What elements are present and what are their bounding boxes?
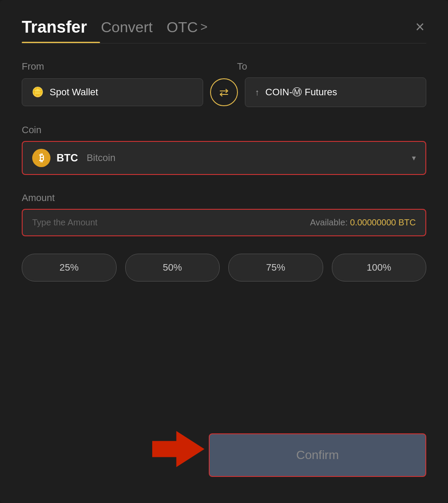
transfer-modal: Transfer Convert OTC > × From To 🪙 Spot … xyxy=(0,0,448,503)
red-arrow-icon xyxy=(152,427,204,471)
from-to-labels: From To xyxy=(22,61,426,72)
amount-placeholder: Type the Amount xyxy=(32,218,97,228)
coin-full-name: Bitcoin xyxy=(87,152,115,164)
tab-otc[interactable]: OTC > xyxy=(167,19,207,36)
coin-selector[interactable]: ₿ BTC Bitcoin ▾ xyxy=(22,141,426,175)
futures-icon: ↑ xyxy=(255,87,259,97)
from-to-row: 🪙 Spot Wallet ⇄ ↑ COIN-Ⓜ Futures xyxy=(22,77,426,107)
to-label: To xyxy=(237,61,426,72)
confirm-button[interactable]: Confirm xyxy=(209,433,426,477)
amount-input-box[interactable]: Type the Amount Available: 0.00000000 BT… xyxy=(22,209,426,236)
tab-convert[interactable]: Convert xyxy=(101,19,153,36)
svg-marker-0 xyxy=(152,431,204,467)
coin-chevron-icon: ▾ xyxy=(412,153,416,163)
from-wallet-name: Spot Wallet xyxy=(50,87,98,98)
swap-icon: ⇄ xyxy=(219,86,229,99)
swap-button[interactable]: ⇄ xyxy=(210,78,238,106)
coin-section: Coin ₿ BTC Bitcoin ▾ xyxy=(22,124,426,175)
amount-label: Amount xyxy=(22,192,426,204)
amount-section: Amount Type the Amount Available: 0.0000… xyxy=(22,192,426,236)
from-to-section: From To 🪙 Spot Wallet ⇄ ↑ COIN-Ⓜ Futures xyxy=(22,61,426,107)
bottom-area: Confirm xyxy=(22,416,426,477)
percent-50-button[interactable]: 50% xyxy=(125,254,220,282)
coin-symbol: BTC xyxy=(57,152,78,164)
otc-chevron-icon: > xyxy=(201,20,207,34)
percent-row: 25% 50% 75% 100% xyxy=(22,254,426,282)
coin-label: Coin xyxy=(22,124,426,136)
header-divider xyxy=(22,43,426,44)
to-wallet-name: COIN-Ⓜ Futures xyxy=(265,86,337,99)
arrow-indicator xyxy=(152,427,204,473)
header-tabs: Transfer Convert OTC > × xyxy=(22,17,426,37)
percent-25-button[interactable]: 25% xyxy=(22,254,117,282)
from-wallet-selector[interactable]: 🪙 Spot Wallet xyxy=(22,78,203,106)
amount-available: Available: 0.00000000 BTC xyxy=(310,218,416,228)
percent-100-button[interactable]: 100% xyxy=(332,254,427,282)
percent-75-button[interactable]: 75% xyxy=(228,254,323,282)
tab-transfer[interactable]: Transfer xyxy=(22,18,87,37)
from-label: From xyxy=(22,61,211,72)
available-label: Available: xyxy=(310,218,348,227)
available-value: 0.00000000 BTC xyxy=(350,218,416,227)
close-button[interactable]: × xyxy=(414,17,426,37)
btc-icon: ₿ xyxy=(32,149,50,167)
wallet-card-icon: 🪙 xyxy=(32,87,43,98)
to-wallet-selector[interactable]: ↑ COIN-Ⓜ Futures xyxy=(245,77,426,107)
